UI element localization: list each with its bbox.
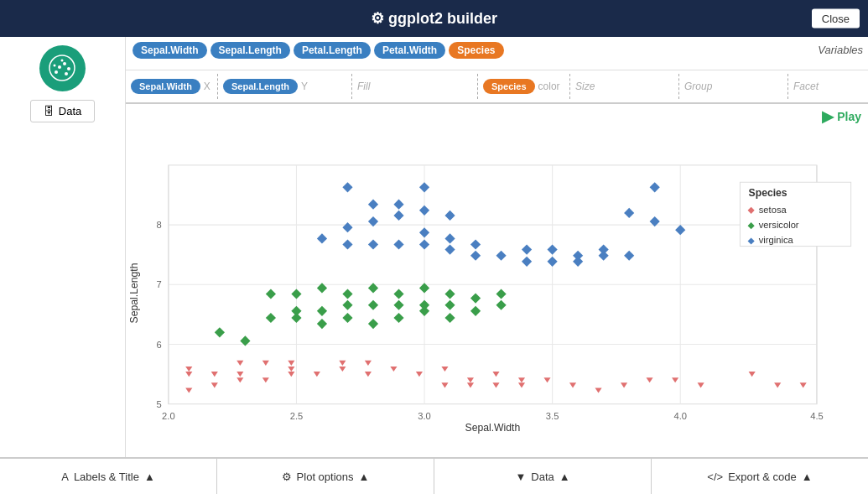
play-label: Play bbox=[837, 110, 861, 123]
plot-options-label: Plot options bbox=[297, 471, 354, 483]
plot-area: 8 7 6 5 2.0 2.5 3.0 3.5 4.0 4.5 Sepal.Wi… bbox=[126, 129, 868, 457]
svg-text:Species: Species bbox=[749, 187, 787, 199]
code-icon: </> bbox=[707, 471, 723, 483]
main-area: 🗄 Data Variables Sepal.Width Sepal.Lengt… bbox=[0, 37, 868, 457]
data-chevron-icon: ▲ bbox=[559, 471, 570, 483]
y-slot[interactable]: Sepal.Length Y bbox=[218, 74, 352, 99]
play-row: ▶ Play bbox=[126, 104, 868, 129]
data-footer-button[interactable]: ▼ Data ▲ bbox=[434, 459, 652, 494]
svg-text:setosa: setosa bbox=[759, 205, 787, 215]
svg-point-5 bbox=[65, 72, 68, 75]
header-title: ⚙ ggplot2 builder bbox=[371, 9, 497, 28]
svg-point-4 bbox=[67, 67, 70, 70]
variables-label: Variables bbox=[818, 44, 863, 56]
var-tag-species[interactable]: Species bbox=[449, 42, 503, 59]
fill-label: Fill bbox=[357, 81, 370, 92]
svg-text:2.5: 2.5 bbox=[290, 411, 304, 421]
export-code-label: Export & code bbox=[728, 471, 797, 483]
group-label: Group bbox=[684, 81, 712, 92]
facet-label: Facet bbox=[793, 81, 819, 92]
group-slot[interactable]: Group bbox=[679, 74, 788, 99]
labels-chevron-icon: ▲ bbox=[144, 471, 155, 483]
plot-options-button[interactable]: ⚙ Plot options ▲ bbox=[217, 459, 434, 494]
mapping-area: Sepal.Width X Sepal.Length Y Fill Specie… bbox=[126, 70, 868, 104]
data-label: Data bbox=[59, 105, 81, 117]
sidebar: 🗄 Data bbox=[0, 37, 126, 457]
fill-slot[interactable]: Fill bbox=[352, 74, 478, 99]
var-tag-petal-length[interactable]: Petal.Length bbox=[294, 42, 371, 59]
svg-text:6: 6 bbox=[157, 340, 162, 350]
close-button[interactable]: Close bbox=[812, 9, 860, 29]
labels-title-button[interactable]: A Labels & Title ▲ bbox=[0, 459, 217, 494]
color-label: color bbox=[538, 81, 560, 92]
export-chevron-icon: ▲ bbox=[802, 471, 813, 483]
svg-point-7 bbox=[61, 60, 64, 62]
size-slot[interactable]: Size bbox=[570, 74, 679, 99]
svg-text:virginica: virginica bbox=[759, 236, 794, 246]
y-label: Y bbox=[301, 81, 308, 92]
var-tag-petal-width[interactable]: Petal.Width bbox=[374, 42, 445, 59]
svg-text:8: 8 bbox=[157, 220, 162, 230]
svg-point-3 bbox=[63, 62, 66, 65]
footer: A Labels & Title ▲ ⚙ Plot options ▲ ▼ Da… bbox=[0, 457, 868, 494]
color-slot[interactable]: Species color bbox=[478, 74, 570, 99]
y-tag[interactable]: Sepal.Length bbox=[223, 79, 298, 94]
svg-text:3.5: 3.5 bbox=[546, 411, 559, 421]
svg-point-6 bbox=[54, 65, 56, 67]
svg-text:Sepal.Length: Sepal.Length bbox=[128, 263, 140, 324]
color-tag[interactable]: Species bbox=[483, 79, 535, 94]
svg-text:7: 7 bbox=[157, 279, 162, 289]
x-slot[interactable]: Sepal.Width X bbox=[126, 74, 218, 99]
x-tag[interactable]: Sepal.Width bbox=[131, 79, 200, 94]
var-tag-sepal-width[interactable]: Sepal.Width bbox=[133, 42, 207, 59]
scatter-plot: 8 7 6 5 2.0 2.5 3.0 3.5 4.0 4.5 Sepal.Wi… bbox=[126, 129, 868, 457]
labels-title-label: Labels & Title bbox=[74, 471, 139, 483]
plot-options-chevron-icon: ▲ bbox=[359, 471, 370, 483]
svg-text:5: 5 bbox=[157, 399, 162, 409]
svg-text:4.5: 4.5 bbox=[810, 411, 824, 421]
facet-slot[interactable]: Facet bbox=[788, 74, 868, 99]
var-tag-sepal-length[interactable]: Sepal.Length bbox=[211, 42, 290, 59]
svg-point-1 bbox=[55, 70, 58, 74]
svg-text:3.0: 3.0 bbox=[418, 411, 431, 421]
svg-point-2 bbox=[58, 65, 61, 69]
data-button[interactable]: 🗄 Data bbox=[30, 100, 95, 122]
play-icon: ▶ bbox=[822, 107, 834, 126]
export-code-button[interactable]: </> Export & code ▲ bbox=[652, 459, 868, 494]
x-label: X bbox=[204, 81, 211, 92]
size-label: Size bbox=[575, 81, 595, 92]
app-logo bbox=[39, 45, 86, 91]
variables-area: Variables Sepal.Width Sepal.Length Petal… bbox=[126, 37, 868, 70]
svg-text:4.0: 4.0 bbox=[673, 411, 687, 421]
variables-tags: Sepal.Width Sepal.Length Petal.Length Pe… bbox=[133, 42, 861, 59]
svg-text:Sepal.Width: Sepal.Width bbox=[465, 422, 521, 434]
database-icon: 🗄 bbox=[44, 105, 55, 117]
text-icon: A bbox=[61, 471, 69, 483]
content-area: Variables Sepal.Width Sepal.Length Petal… bbox=[126, 37, 868, 457]
app-header: ⚙ ggplot2 builder Close bbox=[0, 0, 868, 37]
gear-icon: ⚙ bbox=[282, 471, 292, 483]
svg-text:2.0: 2.0 bbox=[162, 411, 175, 421]
svg-text:versicolor: versicolor bbox=[759, 220, 799, 230]
play-button[interactable]: ▶ Play bbox=[822, 107, 861, 126]
filter-icon: ▼ bbox=[515, 471, 526, 483]
data-footer-label: Data bbox=[531, 471, 554, 483]
